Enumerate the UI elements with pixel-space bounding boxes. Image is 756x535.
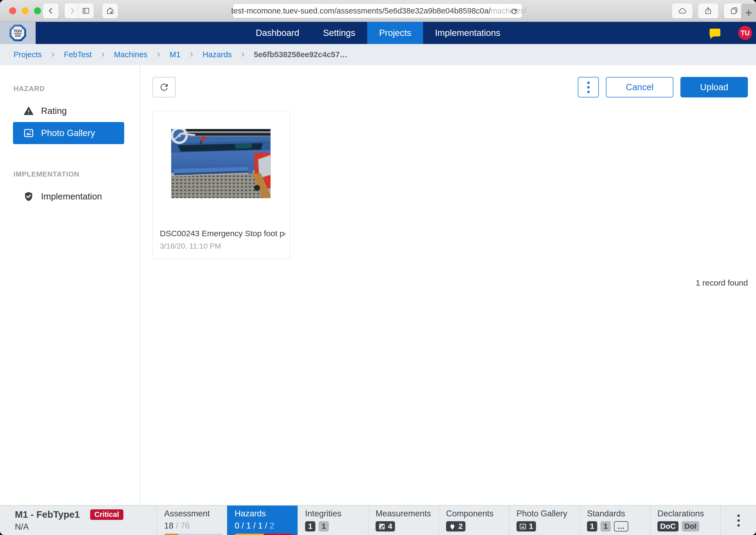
breadcrumb-link-febtest[interactable]: FebTest <box>64 50 92 59</box>
count-rest: 2 <box>267 521 274 530</box>
statusbar-tab-photo-gallery[interactable]: Photo Gallery1 <box>509 506 579 535</box>
sidebar-panel-icon <box>81 7 90 15</box>
sidebar-toggle-button[interactable] <box>78 3 94 19</box>
breadcrumb-link-hazards[interactable]: Hazards <box>202 50 232 59</box>
machine-photo-graphic <box>171 129 271 198</box>
nav-item-implementations[interactable]: Implementations <box>423 22 512 44</box>
photo-card[interactable]: DSC00243 Emergency Stop foot pe… 3/16/20… <box>153 111 290 259</box>
machine-name: M1 - FebType1 <box>15 509 80 520</box>
statusbar-badge: 2 <box>446 521 465 531</box>
statusbar-badge: 1 <box>600 521 611 531</box>
chat-icon[interactable] <box>710 29 720 37</box>
count-rest: / 76 <box>173 521 189 530</box>
reload-button[interactable] <box>510 7 518 15</box>
sidebar: HAZARDRatingPhoto GalleryIMPLEMENTATIONI… <box>0 65 140 505</box>
breadcrumb-link-m1[interactable]: M1 <box>170 50 180 59</box>
machine-subtitle: N/A <box>15 522 157 532</box>
image-icon <box>519 523 527 530</box>
statusbar-tab-label: Declarations <box>657 509 720 519</box>
statusbar-tab-measurements[interactable]: Measurements4 <box>368 506 439 535</box>
cloud-icon <box>678 7 686 15</box>
photo-timestamp: 3/16/20, 11:10 PM <box>160 242 221 250</box>
badge-text: 2 <box>458 522 463 531</box>
badge-text: 1 <box>529 522 533 531</box>
breadcrumb-current: 5e6fb538258ee92c4c57… <box>254 50 347 59</box>
photo-title: DSC00243 Emergency Stop foot pe… <box>160 229 285 238</box>
kebab-icon <box>587 81 590 84</box>
icloud-tabs-button[interactable] <box>672 3 693 19</box>
statusbar-tab-declarations[interactable]: DeclarationsDoCDoI <box>650 506 720 535</box>
warning-icon <box>23 105 34 116</box>
breadcrumb-separator-icon <box>50 52 56 58</box>
records-count: 1 record found <box>696 278 748 288</box>
statusbar-tab-badges: 11 <box>305 521 368 531</box>
statusbar-more-button[interactable] <box>720 506 756 535</box>
sidebar-section-title: HAZARD <box>14 84 140 93</box>
statusbar-tab-badges: 11… <box>587 521 650 531</box>
nav-item-dashboard[interactable]: Dashboard <box>244 22 311 44</box>
progress-segment <box>164 534 178 535</box>
badge-text: 1 <box>322 522 326 531</box>
exposure-icon <box>378 523 386 530</box>
breadcrumb-link-machines[interactable]: Machines <box>114 50 147 59</box>
share-button[interactable] <box>698 3 719 19</box>
statusbar-tab-label: Hazards <box>235 509 298 519</box>
zoom-button[interactable] <box>34 7 41 14</box>
badge-text: 1 <box>590 522 594 531</box>
app-nav-items: DashboardSettingsProjectsImplementations <box>244 22 512 44</box>
new-tab-button[interactable]: + <box>741 4 756 22</box>
home-button[interactable] <box>102 3 118 19</box>
close-button[interactable] <box>9 7 16 14</box>
badge-text: DoC <box>660 522 676 531</box>
statusbar-tab-hazards[interactable]: Hazards0 / 1 / 1 / 2 <box>227 506 298 535</box>
sidebar-item-implementation[interactable]: Implementation <box>13 185 124 208</box>
statusbar-tab-standards[interactable]: Standards11… <box>579 506 650 535</box>
refresh-icon <box>159 82 170 93</box>
statusbar-badge: DoI <box>682 521 699 531</box>
tuv-sud-logo[interactable]: TÜV SÜD <box>0 22 36 44</box>
statusbar-tab-badges: 2 <box>446 521 509 531</box>
statusbar-tab-integrities[interactable]: Integrities11 <box>298 506 368 535</box>
content-area: Cancel Upload <box>140 65 756 505</box>
window-controls <box>9 7 41 14</box>
statusbar-badge: DoC <box>657 521 679 531</box>
tuv-sud-logo-icon: TÜV SÜD <box>9 24 27 42</box>
browser-chrome: test-mcomone.tuev-sued.com/assessments/5… <box>0 0 756 22</box>
statusbar-tab-label: Integrities <box>305 509 368 519</box>
tabs-icon <box>730 7 739 15</box>
upload-button[interactable]: Upload <box>681 77 748 98</box>
minimize-button[interactable] <box>22 7 29 14</box>
badge-text: DoI <box>684 522 697 531</box>
url-text-truncated: machines/ <box>491 7 526 15</box>
back-button[interactable] <box>43 3 59 19</box>
address-bar[interactable]: test-mcomone.tuev-sued.com/assessments/5… <box>233 4 522 18</box>
sidebar-item-label: Photo Gallery <box>41 128 95 138</box>
badge-text: 1 <box>603 522 608 531</box>
nav-item-projects[interactable]: Projects <box>367 22 423 44</box>
image-icon <box>23 128 34 138</box>
statusbar-badge: 4 <box>376 521 395 531</box>
badge-text: … <box>617 522 625 531</box>
statusbar-tab-assessment[interactable]: Assessment18 / 76 <box>157 506 227 535</box>
sidebar-item-photo-gallery[interactable]: Photo Gallery <box>13 122 124 144</box>
statusbar-tab-progress <box>164 534 222 535</box>
avatar[interactable]: TU <box>738 26 752 40</box>
breadcrumb-separator-icon <box>189 52 194 58</box>
statusbar-tab-components[interactable]: Components2 <box>439 506 509 535</box>
status-badge: Critical <box>90 509 124 520</box>
statusbar-badge: 1 <box>305 521 315 531</box>
statusbar-tab-label: Standards <box>587 509 650 519</box>
statusbar-tab-label: Photo Gallery <box>516 509 579 519</box>
statusbar-badge: 1 <box>587 521 597 531</box>
sidebar-item-label: Rating <box>41 106 67 116</box>
machine-photo <box>171 129 271 198</box>
cancel-button[interactable]: Cancel <box>606 77 673 98</box>
statusbar-tab-label: Components <box>446 509 509 519</box>
sidebar-item-rating[interactable]: Rating <box>13 100 124 122</box>
statusbar-tab-label: Assessment <box>164 509 227 519</box>
breadcrumb-link-projects[interactable]: Projects <box>14 50 42 59</box>
refresh-button[interactable] <box>153 77 176 98</box>
more-options-button[interactable] <box>578 77 599 98</box>
nav-item-settings[interactable]: Settings <box>311 22 367 44</box>
sidebar-section-title: IMPLEMENTATION <box>14 170 140 179</box>
